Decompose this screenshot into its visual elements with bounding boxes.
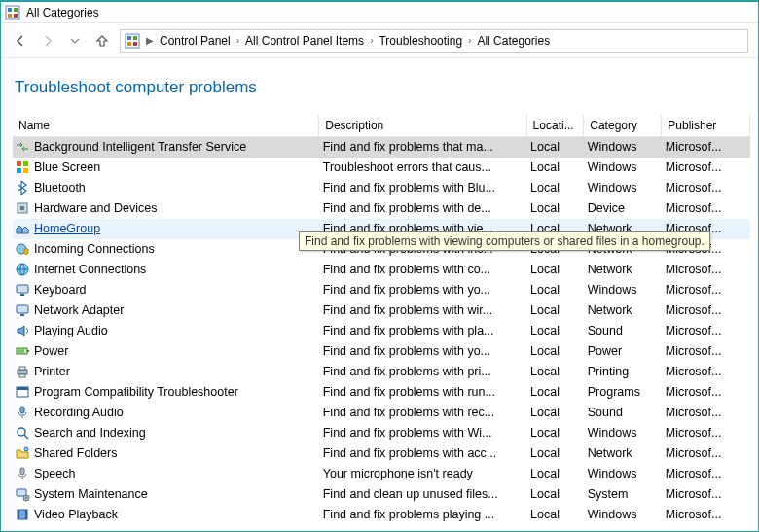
table-row[interactable]: Playing AudioFind and fix problems with … bbox=[13, 321, 750, 341]
cell-name[interactable]: Shared Folders bbox=[13, 443, 319, 464]
table-row[interactable]: Internet ConnectionsFind and fix problem… bbox=[13, 260, 750, 280]
item-link[interactable]: Shared Folders bbox=[34, 446, 117, 460]
item-link[interactable]: Blue Screen bbox=[34, 160, 100, 174]
breadcrumb[interactable]: All Categories bbox=[473, 34, 554, 48]
svg-rect-21 bbox=[20, 314, 24, 316]
cell-name[interactable]: Printer bbox=[13, 362, 319, 382]
table-row[interactable]: BluetoothFind and fix problems with Blu.… bbox=[13, 178, 750, 198]
chevron-right-icon[interactable]: ▶ bbox=[144, 35, 156, 46]
cell-location: Local bbox=[526, 301, 584, 321]
cell-location: Local bbox=[526, 443, 584, 464]
cell-name[interactable]: Power bbox=[13, 341, 319, 362]
table-row[interactable]: Program Compatibility TroubleshooterFind… bbox=[13, 382, 750, 403]
item-link[interactable]: System Maintenance bbox=[34, 487, 148, 501]
cell-category: Windows bbox=[584, 158, 662, 178]
item-link[interactable]: Hardware and Devices bbox=[34, 201, 157, 215]
cell-location: Local bbox=[526, 484, 584, 505]
cell-category: Windows bbox=[584, 423, 662, 443]
column-header-publisher[interactable]: Publisher bbox=[662, 115, 750, 137]
cell-name[interactable]: Keyboard bbox=[13, 280, 319, 301]
chevron-right-icon[interactable]: › bbox=[235, 35, 241, 46]
cell-location: Local bbox=[526, 280, 584, 301]
breadcrumb[interactable]: Troubleshooting bbox=[375, 34, 466, 48]
cell-name[interactable]: Program Compatibility Troubleshooter bbox=[13, 382, 319, 403]
table-row[interactable]: Search and IndexingFind and fix problems… bbox=[13, 423, 750, 443]
content-area: Troubleshoot computer problems Name Desc… bbox=[1, 58, 758, 525]
table-row[interactable]: PowerFind and fix problems with yo...Loc… bbox=[13, 341, 750, 362]
table-row[interactable]: Shared FoldersFind and fix problems with… bbox=[13, 443, 750, 464]
cell-name[interactable]: System Maintenance bbox=[13, 484, 319, 505]
item-link[interactable]: Power bbox=[34, 344, 68, 358]
cell-name[interactable]: Bluetooth bbox=[13, 178, 319, 198]
breadcrumb[interactable]: All Control Panel Items bbox=[241, 34, 368, 48]
svg-rect-4 bbox=[14, 14, 18, 18]
item-link[interactable]: Internet Connections bbox=[34, 263, 146, 276]
item-link[interactable]: Background Intelligent Transfer Service bbox=[34, 140, 246, 154]
monitor-gear-icon bbox=[15, 486, 30, 502]
svg-rect-23 bbox=[27, 350, 29, 352]
cell-name[interactable]: Blue Screen bbox=[13, 158, 319, 178]
titlebar: All Categories bbox=[1, 2, 758, 23]
table-row[interactable]: Blue ScreenTroubleshoot errors that caus… bbox=[13, 158, 750, 178]
cell-publisher: Microsof... bbox=[662, 341, 750, 362]
cell-name[interactable]: Hardware and Devices bbox=[13, 198, 319, 219]
address-bar[interactable]: ▶ Control Panel › All Control Panel Item… bbox=[120, 29, 748, 53]
forward-button[interactable] bbox=[38, 31, 57, 51]
column-header-name[interactable]: Name bbox=[13, 115, 319, 137]
item-link[interactable]: Keyboard bbox=[34, 283, 87, 297]
table-row[interactable]: PrinterFind and fix problems with pri...… bbox=[13, 362, 750, 382]
table-row[interactable]: SpeechYour microphone isn't readyLocalWi… bbox=[13, 464, 750, 484]
svg-rect-25 bbox=[18, 370, 27, 374]
cell-name[interactable]: Network Adapter bbox=[13, 301, 319, 321]
table-row[interactable]: KeyboardFind and fix problems with yo...… bbox=[13, 280, 750, 301]
item-link[interactable]: Search and Indexing bbox=[34, 426, 146, 440]
cell-name[interactable]: Search and Indexing bbox=[13, 423, 319, 443]
item-link[interactable]: Recording Audio bbox=[34, 406, 124, 419]
item-link[interactable]: Program Compatibility Troubleshooter bbox=[34, 385, 238, 399]
svg-rect-24 bbox=[18, 349, 24, 353]
magnifier-icon bbox=[15, 425, 30, 441]
back-button[interactable] bbox=[11, 31, 30, 51]
troubleshooter-list: Name Description Locati... Category Publ… bbox=[13, 115, 750, 525]
table-row[interactable]: Video PlaybackFind and fix problems play… bbox=[13, 505, 750, 525]
cell-publisher: Microsof... bbox=[662, 280, 750, 301]
item-link[interactable]: Video Playback bbox=[34, 508, 118, 521]
up-button[interactable] bbox=[92, 31, 112, 51]
breadcrumb[interactable]: Control Panel bbox=[156, 34, 235, 48]
item-link[interactable]: Bluetooth bbox=[34, 181, 86, 195]
cell-name[interactable]: Incoming Connections bbox=[13, 239, 319, 260]
cell-publisher: Microsof... bbox=[662, 158, 750, 178]
table-row[interactable]: Background Intelligent Transfer ServiceF… bbox=[13, 137, 750, 158]
svg-rect-18 bbox=[17, 285, 28, 293]
table-row[interactable]: System MaintenanceFind and clean up unus… bbox=[13, 484, 750, 505]
cell-publisher: Microsof... bbox=[662, 403, 750, 423]
table-row[interactable]: Recording AudioFind and fix problems wit… bbox=[13, 403, 750, 423]
item-link[interactable]: Playing Audio bbox=[34, 324, 108, 337]
item-link[interactable]: Printer bbox=[34, 365, 70, 378]
cell-name[interactable]: Internet Connections bbox=[13, 260, 319, 280]
table-row[interactable]: Hardware and DevicesFind and fix problem… bbox=[13, 198, 750, 219]
cell-name[interactable]: Video Playback bbox=[13, 505, 319, 525]
cell-name[interactable]: HomeGroup bbox=[13, 219, 319, 239]
chevron-right-icon[interactable]: › bbox=[466, 35, 473, 46]
chevron-right-icon[interactable]: › bbox=[368, 35, 375, 46]
column-header-category[interactable]: Category bbox=[584, 115, 662, 137]
cell-description: Find and fix problems with pla... bbox=[319, 321, 526, 341]
item-link[interactable]: Speech bbox=[34, 467, 75, 480]
cell-category: Network bbox=[584, 301, 662, 321]
cell-description: Find and fix problems that ma... bbox=[319, 137, 526, 158]
table-row[interactable]: Network AdapterFind and fix problems wit… bbox=[13, 301, 750, 321]
cell-category: Device bbox=[584, 198, 662, 219]
cell-name[interactable]: Background Intelligent Transfer Service bbox=[13, 137, 319, 158]
item-link[interactable]: Incoming Connections bbox=[34, 242, 155, 256]
app-icon bbox=[5, 5, 20, 20]
cell-name[interactable]: Recording Audio bbox=[13, 403, 319, 423]
item-link[interactable]: HomeGroup bbox=[34, 222, 100, 235]
item-link[interactable]: Network Adapter bbox=[34, 303, 124, 317]
recent-dropdown[interactable] bbox=[65, 31, 85, 51]
cell-name[interactable]: Playing Audio bbox=[13, 321, 319, 341]
column-header-location[interactable]: Locati... bbox=[526, 115, 584, 137]
cell-category: Windows bbox=[584, 178, 662, 198]
column-header-description[interactable]: Description bbox=[319, 115, 526, 137]
cell-name[interactable]: Speech bbox=[13, 464, 319, 484]
